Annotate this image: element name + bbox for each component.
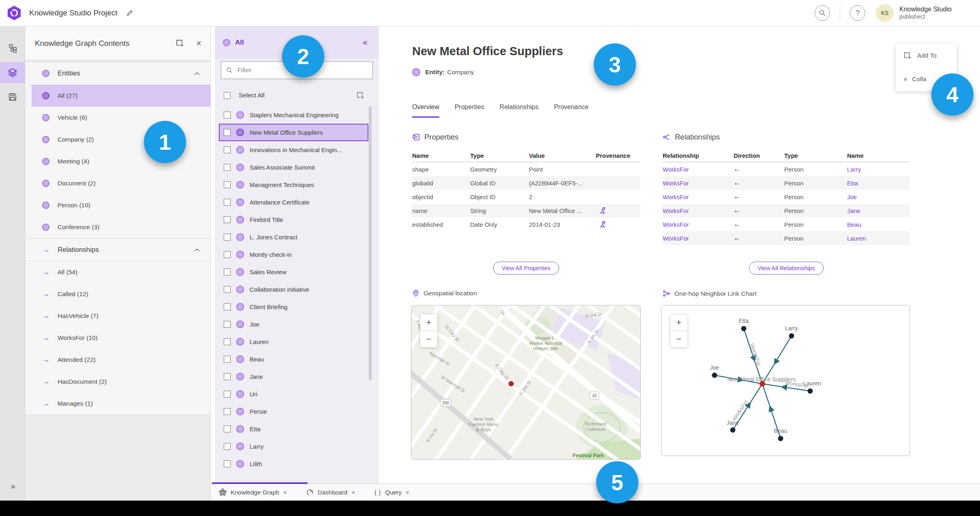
tab-overview[interactable]: Overview xyxy=(412,103,439,118)
list-item[interactable]: Beau xyxy=(215,350,379,368)
help-button[interactable]: ? xyxy=(850,5,865,21)
entities-section-header[interactable]: Entities xyxy=(25,62,210,85)
list-item[interactable]: Larry xyxy=(215,438,379,455)
list-item[interactable]: Attendance Certificate xyxy=(215,194,379,211)
entity-filter-vehicle[interactable]: Vehicle (6) xyxy=(25,107,210,129)
node-joe[interactable] xyxy=(712,373,717,378)
rail-save-button[interactable] xyxy=(0,86,25,108)
close-tab-icon[interactable]: × xyxy=(283,489,287,496)
zoom-in-button[interactable]: + xyxy=(420,314,437,331)
rel-name-link[interactable]: Larry xyxy=(847,162,910,176)
relationship-filter-worksfor[interactable]: → WorksFor (10) xyxy=(25,327,210,349)
chevron-up-icon[interactable] xyxy=(194,248,200,252)
list-item[interactable]: Firebird Title xyxy=(215,211,379,228)
item-checkbox[interactable] xyxy=(224,269,231,275)
zoom-out-button[interactable]: − xyxy=(420,331,437,347)
item-checkbox[interactable] xyxy=(224,303,231,310)
relationship-link[interactable]: WorksFor xyxy=(663,162,734,176)
item-checkbox[interactable] xyxy=(224,251,231,258)
close-tab-icon[interactable]: × xyxy=(406,489,409,496)
provenance-flag-icon[interactable] xyxy=(599,207,606,214)
add-to-new-button[interactable] xyxy=(175,39,184,47)
relationship-filter-called[interactable]: → Called (12) xyxy=(25,283,210,305)
relationship-filter-manages[interactable]: → Manages (1) xyxy=(25,393,210,415)
add-selection-button[interactable] xyxy=(356,91,364,99)
search-button[interactable] xyxy=(815,5,830,21)
close-panel-button[interactable]: × xyxy=(196,38,201,49)
item-checkbox[interactable] xyxy=(224,391,231,398)
provenance-flag-icon[interactable] xyxy=(599,221,606,228)
zoom-out-button[interactable]: − xyxy=(670,331,687,347)
node-beau[interactable] xyxy=(778,436,783,441)
item-checkbox[interactable] xyxy=(224,321,231,328)
tab-properties[interactable]: Properties xyxy=(455,103,484,118)
rel-name-link[interactable]: Etta xyxy=(847,176,910,190)
list-item[interactable]: Jane xyxy=(215,368,379,385)
close-tab-icon[interactable]: × xyxy=(351,489,355,496)
bottom-tab-query[interactable]: { } Query × xyxy=(374,489,409,496)
item-checkbox[interactable] xyxy=(224,286,231,293)
item-checkbox[interactable] xyxy=(224,460,231,467)
relationship-filter-all[interactable]: → All (54) xyxy=(25,261,210,283)
list-item[interactable]: Staplers Mechanical Engineering xyxy=(215,106,379,124)
item-checkbox[interactable] xyxy=(224,112,231,118)
geospatial-map[interactable]: k Rd W Clay St Sa E Clay St Marshall St … xyxy=(411,305,641,460)
rel-name-link[interactable]: Lauren xyxy=(847,231,910,245)
list-item[interactable]: Sales Associate Summit xyxy=(215,159,379,176)
list-item[interactable]: Joe xyxy=(215,316,379,333)
tab-provenance[interactable]: Provenance xyxy=(554,103,588,118)
rel-name-link[interactable]: Jane xyxy=(847,204,910,217)
item-checkbox[interactable] xyxy=(224,408,231,415)
list-item[interactable]: Sales Review xyxy=(215,263,379,281)
node-lauren[interactable] xyxy=(808,389,813,394)
item-checkbox[interactable] xyxy=(224,338,231,345)
item-checkbox[interactable] xyxy=(224,426,231,432)
item-checkbox[interactable] xyxy=(224,164,231,171)
collapse-panel-button[interactable]: « xyxy=(360,37,370,48)
chevron-up-icon[interactable] xyxy=(194,72,200,75)
list-item[interactable]: Persie xyxy=(215,403,379,420)
edit-title-icon[interactable] xyxy=(126,9,134,17)
item-checkbox[interactable] xyxy=(224,199,231,206)
relationship-link[interactable]: WorksFor xyxy=(663,217,734,231)
relationship-filter-hasdocument[interactable]: → HasDocument (2) xyxy=(25,371,210,393)
menu-item-add-to[interactable]: Add To xyxy=(896,44,956,67)
rel-name-link[interactable]: Beau xyxy=(847,217,910,231)
select-all-checkbox[interactable] xyxy=(224,92,231,99)
item-checkbox[interactable] xyxy=(224,181,231,188)
zoom-in-button[interactable]: + xyxy=(670,314,687,331)
list-item[interactable]: Innovations in Mechanical Engin... xyxy=(215,141,379,159)
relationship-link[interactable]: WorksFor xyxy=(663,176,734,190)
avatar[interactable]: KS xyxy=(876,4,894,22)
bottom-tab-knowledge-graph[interactable]: Knowledge Graph × xyxy=(219,488,287,496)
rel-name-link[interactable]: Joe xyxy=(847,190,910,204)
node-larry[interactable] xyxy=(789,333,794,339)
user-block[interactable]: Knowledge Studio publisher2 xyxy=(899,5,952,21)
entity-filter-conference[interactable]: Conference (3) xyxy=(25,216,210,238)
relationship-filter-hasvehicle[interactable]: → HasVehicle (7) xyxy=(25,305,210,327)
entity-filter-all[interactable]: All (27) xyxy=(32,85,210,107)
item-checkbox[interactable] xyxy=(224,443,231,450)
relationship-link[interactable]: WorksFor xyxy=(663,204,734,217)
item-checkbox[interactable] xyxy=(224,356,231,363)
relationship-filter-attended[interactable]: → Attended (22) xyxy=(25,349,210,371)
item-checkbox[interactable] xyxy=(224,129,231,136)
list-item[interactable]: Etta xyxy=(215,420,379,438)
relationship-link[interactable]: WorksFor xyxy=(663,231,734,245)
scrollbar-thumb[interactable] xyxy=(369,106,372,380)
list-item[interactable]: Lilith xyxy=(215,455,379,473)
entity-filter-person[interactable]: Person (10) xyxy=(25,194,210,216)
tab-relationships[interactable]: Relationships xyxy=(500,103,539,118)
node-center[interactable] xyxy=(760,381,765,387)
rail-layers-button[interactable] xyxy=(0,62,25,83)
item-checkbox[interactable] xyxy=(224,146,231,153)
entity-filter-document[interactable]: Document (2) xyxy=(25,172,210,194)
item-checkbox[interactable] xyxy=(224,216,231,223)
bottom-tab-dashboard[interactable]: Dashboard × xyxy=(306,489,355,496)
list-item[interactable]: Montly check-in xyxy=(215,246,379,263)
relationships-section-header[interactable]: → Relationships xyxy=(25,239,210,261)
link-chart[interactable]: WorksFor WorksFor WorksFor New Metal Off… xyxy=(661,305,910,456)
list-item[interactable]: Lauren xyxy=(215,333,379,350)
node-jane[interactable] xyxy=(730,428,736,433)
list-item[interactable]: Client Briefing xyxy=(215,298,379,316)
